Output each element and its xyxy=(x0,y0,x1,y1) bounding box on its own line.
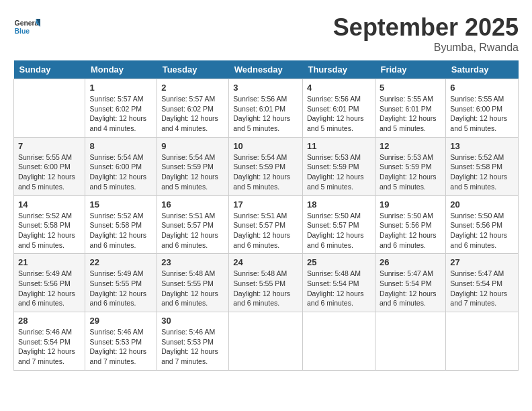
calendar-cell: 19Sunrise: 5:50 AMSunset: 5:56 PMDayligh… xyxy=(375,195,445,254)
day-info: Sunrise: 5:54 AMSunset: 5:59 PMDaylight:… xyxy=(233,152,298,192)
day-info: Sunrise: 5:54 AMSunset: 6:00 PMDaylight:… xyxy=(89,152,152,192)
day-info: Sunrise: 5:49 AMSunset: 5:56 PMDaylight:… xyxy=(18,269,81,308)
day-info: Sunrise: 5:54 AMSunset: 5:59 PMDaylight:… xyxy=(161,152,224,192)
calendar-cell: 21Sunrise: 5:49 AMSunset: 5:56 PMDayligh… xyxy=(14,254,85,312)
day-info: Sunrise: 5:51 AMSunset: 5:57 PMDaylight:… xyxy=(161,211,224,250)
day-number: 18 xyxy=(307,199,371,210)
day-info: Sunrise: 5:52 AMSunset: 5:58 PMDaylight:… xyxy=(450,152,514,192)
calendar-cell: 26Sunrise: 5:47 AMSunset: 5:54 PMDayligh… xyxy=(375,254,445,312)
day-info: Sunrise: 5:56 AMSunset: 6:01 PMDaylight:… xyxy=(307,94,371,134)
day-number: 4 xyxy=(307,83,371,93)
title-section: September 2025 Byumba, Rwanda xyxy=(333,13,519,54)
day-info: Sunrise: 5:49 AMSunset: 5:55 PMDaylight:… xyxy=(89,269,152,308)
calendar-cell: 17Sunrise: 5:51 AMSunset: 5:57 PMDayligh… xyxy=(229,195,303,254)
calendar-week-1: 1Sunrise: 5:57 AMSunset: 6:02 PMDaylight… xyxy=(14,79,519,138)
day-number: 9 xyxy=(161,141,224,151)
day-info: Sunrise: 5:56 AMSunset: 6:01 PMDaylight:… xyxy=(233,94,298,134)
calendar-cell: 15Sunrise: 5:52 AMSunset: 5:58 PMDayligh… xyxy=(85,195,157,254)
calendar-cell: 24Sunrise: 5:48 AMSunset: 5:55 PMDayligh… xyxy=(229,254,303,312)
calendar-week-4: 21Sunrise: 5:49 AMSunset: 5:56 PMDayligh… xyxy=(14,254,519,312)
day-number: 10 xyxy=(233,141,298,151)
calendar-week-5: 28Sunrise: 5:46 AMSunset: 5:54 PMDayligh… xyxy=(14,312,519,371)
day-number: 28 xyxy=(18,316,81,326)
calendar-cell xyxy=(14,79,85,138)
day-number: 14 xyxy=(18,199,81,210)
calendar-header-row: SundayMondayTuesdayWednesdayThursdayFrid… xyxy=(14,60,519,79)
day-number: 6 xyxy=(450,83,514,93)
calendar-cell: 5Sunrise: 5:55 AMSunset: 6:01 PMDaylight… xyxy=(375,79,445,138)
calendar-cell: 28Sunrise: 5:46 AMSunset: 5:54 PMDayligh… xyxy=(14,312,85,371)
day-number: 1 xyxy=(89,83,152,93)
month-title: September 2025 xyxy=(333,13,519,42)
weekday-header-monday: Monday xyxy=(85,60,157,79)
calendar-cell: 29Sunrise: 5:46 AMSunset: 5:53 PMDayligh… xyxy=(85,312,157,371)
calendar-cell: 22Sunrise: 5:49 AMSunset: 5:55 PMDayligh… xyxy=(85,254,157,312)
day-info: Sunrise: 5:50 AMSunset: 5:57 PMDaylight:… xyxy=(307,211,371,250)
calendar-table: SundayMondayTuesdayWednesdayThursdayFrid… xyxy=(13,60,519,371)
weekday-header-sunday: Sunday xyxy=(14,60,85,79)
calendar-cell xyxy=(229,312,303,371)
calendar-cell: 4Sunrise: 5:56 AMSunset: 6:01 PMDaylight… xyxy=(302,79,375,138)
day-info: Sunrise: 5:48 AMSunset: 5:55 PMDaylight:… xyxy=(161,269,224,308)
day-number: 26 xyxy=(380,257,441,267)
weekday-header-wednesday: Wednesday xyxy=(229,60,303,79)
day-number: 2 xyxy=(161,83,224,93)
day-info: Sunrise: 5:57 AMSunset: 6:02 PMDaylight:… xyxy=(161,94,224,134)
day-info: Sunrise: 5:55 AMSunset: 6:01 PMDaylight:… xyxy=(380,94,441,134)
day-number: 30 xyxy=(161,316,224,326)
day-info: Sunrise: 5:55 AMSunset: 6:00 PMDaylight:… xyxy=(450,94,514,134)
day-number: 22 xyxy=(89,257,152,267)
calendar-cell: 2Sunrise: 5:57 AMSunset: 6:02 PMDaylight… xyxy=(157,79,229,138)
day-number: 17 xyxy=(233,199,298,210)
calendar-cell: 23Sunrise: 5:48 AMSunset: 5:55 PMDayligh… xyxy=(157,254,229,312)
day-number: 11 xyxy=(307,141,371,151)
day-info: Sunrise: 5:51 AMSunset: 5:57 PMDaylight:… xyxy=(233,211,298,250)
day-info: Sunrise: 5:50 AMSunset: 5:56 PMDaylight:… xyxy=(380,211,441,250)
day-info: Sunrise: 5:48 AMSunset: 5:55 PMDaylight:… xyxy=(233,269,298,308)
day-info: Sunrise: 5:57 AMSunset: 6:02 PMDaylight:… xyxy=(89,94,152,134)
calendar-cell xyxy=(302,312,375,371)
day-info: Sunrise: 5:47 AMSunset: 5:54 PMDaylight:… xyxy=(380,269,441,308)
calendar-week-3: 14Sunrise: 5:52 AMSunset: 5:58 PMDayligh… xyxy=(14,195,519,254)
day-number: 12 xyxy=(380,141,441,151)
day-number: 13 xyxy=(450,141,514,151)
location: Byumba, Rwanda xyxy=(333,42,519,54)
day-info: Sunrise: 5:52 AMSunset: 5:58 PMDaylight:… xyxy=(89,211,152,250)
calendar-cell: 20Sunrise: 5:50 AMSunset: 5:56 PMDayligh… xyxy=(446,195,519,254)
day-number: 19 xyxy=(380,199,441,210)
weekday-header-tuesday: Tuesday xyxy=(157,60,229,79)
day-number: 23 xyxy=(161,257,224,267)
day-number: 7 xyxy=(18,141,81,151)
day-info: Sunrise: 5:53 AMSunset: 5:59 PMDaylight:… xyxy=(380,152,441,192)
day-info: Sunrise: 5:53 AMSunset: 5:59 PMDaylight:… xyxy=(307,152,371,192)
svg-text:Blue: Blue xyxy=(15,28,30,35)
page-header: General Blue September 2025 Byumba, Rwan… xyxy=(13,13,519,54)
calendar-cell: 3Sunrise: 5:56 AMSunset: 6:01 PMDaylight… xyxy=(229,79,303,138)
calendar-cell xyxy=(446,312,519,371)
weekday-header-saturday: Saturday xyxy=(446,60,519,79)
calendar-cell: 9Sunrise: 5:54 AMSunset: 5:59 PMDaylight… xyxy=(157,137,229,195)
day-info: Sunrise: 5:52 AMSunset: 5:58 PMDaylight:… xyxy=(18,211,81,250)
day-number: 29 xyxy=(89,316,152,326)
calendar-cell: 6Sunrise: 5:55 AMSunset: 6:00 PMDaylight… xyxy=(446,79,519,138)
day-number: 27 xyxy=(450,257,514,267)
day-number: 20 xyxy=(450,199,514,210)
weekday-header-thursday: Thursday xyxy=(302,60,375,79)
day-number: 21 xyxy=(18,257,81,267)
day-info: Sunrise: 5:55 AMSunset: 6:00 PMDaylight:… xyxy=(18,152,81,192)
day-info: Sunrise: 5:46 AMSunset: 5:53 PMDaylight:… xyxy=(89,327,152,367)
calendar-cell: 7Sunrise: 5:55 AMSunset: 6:00 PMDaylight… xyxy=(14,137,85,195)
calendar-cell: 8Sunrise: 5:54 AMSunset: 6:00 PMDaylight… xyxy=(85,137,157,195)
day-number: 3 xyxy=(233,83,298,93)
calendar-cell: 14Sunrise: 5:52 AMSunset: 5:58 PMDayligh… xyxy=(14,195,85,254)
day-number: 24 xyxy=(233,257,298,267)
day-info: Sunrise: 5:46 AMSunset: 5:54 PMDaylight:… xyxy=(18,327,81,367)
day-number: 8 xyxy=(89,141,152,151)
calendar-cell: 1Sunrise: 5:57 AMSunset: 6:02 PMDaylight… xyxy=(85,79,157,138)
calendar-cell: 10Sunrise: 5:54 AMSunset: 5:59 PMDayligh… xyxy=(229,137,303,195)
day-info: Sunrise: 5:48 AMSunset: 5:54 PMDaylight:… xyxy=(307,269,371,308)
calendar-cell: 13Sunrise: 5:52 AMSunset: 5:58 PMDayligh… xyxy=(446,137,519,195)
weekday-header-friday: Friday xyxy=(375,60,445,79)
calendar-cell: 16Sunrise: 5:51 AMSunset: 5:57 PMDayligh… xyxy=(157,195,229,254)
day-info: Sunrise: 5:46 AMSunset: 5:53 PMDaylight:… xyxy=(161,327,224,367)
